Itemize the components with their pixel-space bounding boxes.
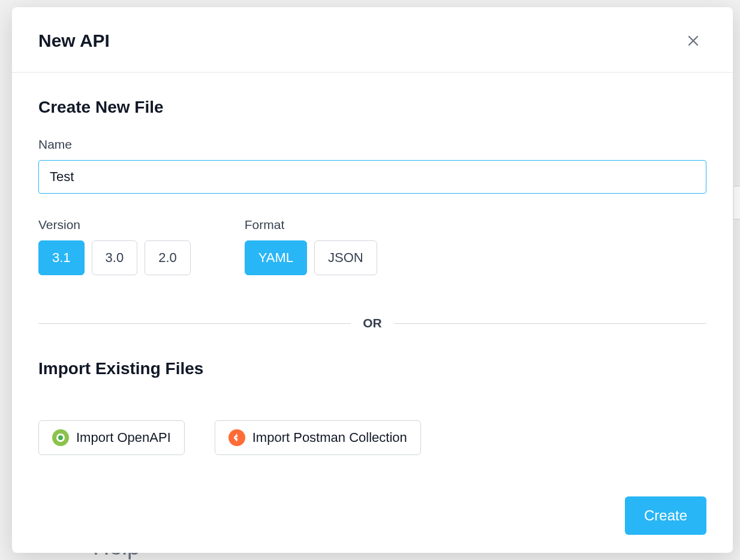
format-label: Format: [245, 218, 377, 232]
close-icon: [685, 32, 702, 49]
name-input[interactable]: [38, 160, 706, 194]
modal-title: New API: [38, 31, 110, 51]
version-option-3-0[interactable]: 3.0: [92, 240, 138, 275]
divider-text: OR: [363, 316, 382, 330]
version-option-2-0[interactable]: 2.0: [145, 240, 191, 275]
postman-icon: [228, 429, 245, 446]
create-button[interactable]: Create: [625, 496, 706, 535]
import-openapi-label: Import OpenAPI: [76, 430, 171, 445]
openapi-icon: [52, 429, 69, 446]
format-option-json[interactable]: JSON: [314, 240, 377, 275]
divider: OR: [38, 316, 706, 330]
divider-line-left: [38, 323, 351, 324]
version-segment-group: 3.1 3.0 2.0: [38, 240, 191, 275]
import-postman-button[interactable]: Import Postman Collection: [215, 420, 421, 455]
close-button[interactable]: [680, 28, 706, 54]
import-row: Import OpenAPI Import Postman Collection: [38, 420, 706, 455]
new-api-modal: New API Create New File Name Version 3.1…: [12, 7, 733, 553]
format-option-yaml[interactable]: YAML: [245, 240, 307, 275]
modal-header: New API: [12, 7, 733, 73]
version-label: Version: [38, 218, 191, 232]
version-option-3-1[interactable]: 3.1: [38, 240, 85, 275]
create-section-title: Create New File: [38, 98, 706, 117]
import-postman-label: Import Postman Collection: [252, 430, 407, 445]
format-group: Format YAML JSON: [245, 218, 377, 275]
options-row: Version 3.1 3.0 2.0 Format YAML JSON: [38, 218, 706, 275]
modal-footer: Create: [38, 496, 706, 535]
format-segment-group: YAML JSON: [245, 240, 377, 275]
import-openapi-button[interactable]: Import OpenAPI: [38, 420, 185, 455]
name-label: Name: [38, 137, 706, 152]
backdrop-edge: [734, 186, 740, 219]
version-group: Version 3.1 3.0 2.0: [38, 218, 191, 275]
import-section-title: Import Existing Files: [38, 359, 706, 378]
modal-body: Create New File Name Version 3.1 3.0 2.0…: [12, 73, 733, 553]
divider-line-right: [394, 323, 706, 324]
